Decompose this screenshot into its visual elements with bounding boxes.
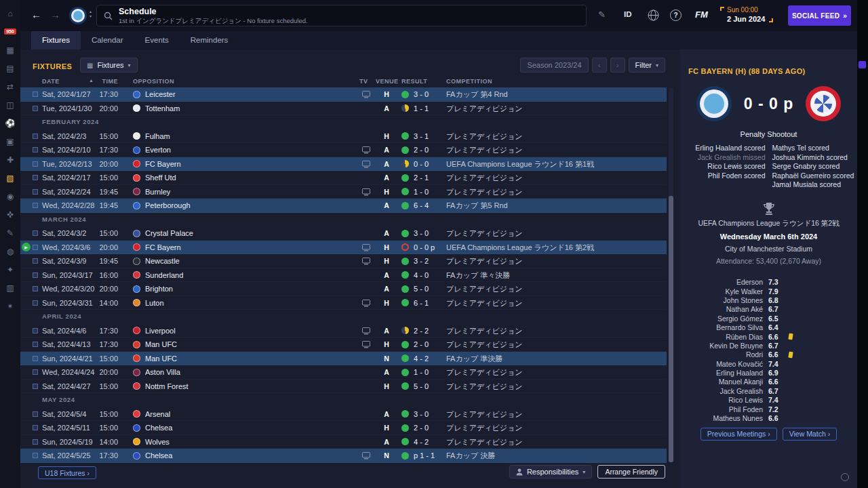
scrollbar-thumb[interactable]: [669, 196, 673, 462]
player-rating-row[interactable]: Kevin De Bruyne6.7: [680, 341, 857, 350]
opposition-name[interactable]: Sunderland: [145, 268, 183, 283]
view-match-button[interactable]: View Match ›: [783, 428, 837, 441]
player-name[interactable]: Kevin De Bruyne: [680, 342, 763, 350]
opposition-name[interactable]: Newcastle: [145, 254, 180, 268]
opposition-name[interactable]: Chelsea: [145, 449, 172, 463]
player-rating-row[interactable]: Sergio Gómez6.5: [680, 314, 857, 323]
club-switch-icon[interactable]: ▴▾: [90, 9, 92, 18]
player-name[interactable]: Mateo Kovačić: [680, 360, 763, 368]
col-time[interactable]: TIME: [91, 78, 118, 85]
player-rating-row[interactable]: Manuel Akanji6.6: [680, 378, 857, 386]
opposition-name[interactable]: Wolves: [145, 435, 170, 449]
fixture-row[interactable]: Sat, 2024/2/2419:45BurnleyH1 - 0プレミアディビジ…: [20, 185, 667, 199]
player-rating-row[interactable]: Rico Lewis7.4: [680, 396, 857, 405]
player-rating-row[interactable]: Erling Haaland6.9: [680, 368, 857, 377]
player-name[interactable]: Rico Lewis: [680, 396, 763, 404]
player-name[interactable]: Matheus Nunes: [680, 414, 763, 422]
opposition-name[interactable]: Arsenal: [145, 407, 170, 422]
fixture-row[interactable]: Sat, 2024/4/617:30LiverpoolA2 - 2プレミアディビ…: [20, 324, 667, 338]
player-name[interactable]: Erling Haaland: [680, 369, 763, 377]
player-rating-row[interactable]: Bernardo Silva6.4: [680, 323, 857, 331]
club-icon[interactable]: ◉: [0, 187, 20, 205]
competitions-icon[interactable]: ▣: [0, 132, 20, 150]
fixture-row[interactable]: Sat, 2024/4/1317:30Man UFCH2 - 0プレミアディビジ…: [20, 338, 667, 352]
finances-icon[interactable]: ◍: [0, 242, 20, 260]
player-rating-row[interactable]: Jack Grealish6.7: [680, 386, 857, 395]
data-hub-icon[interactable]: ▥: [0, 279, 20, 297]
transfers-icon[interactable]: ⇄: [0, 77, 20, 96]
globe-icon[interactable]: [648, 9, 659, 21]
opposition-name[interactable]: Peterborough: [145, 199, 191, 213]
notes-icon[interactable]: ✎: [0, 224, 20, 242]
col-venue[interactable]: VENUE: [376, 78, 397, 85]
opposition-name[interactable]: Crystal Palace: [145, 226, 193, 241]
player-name[interactable]: Bernardo Silva: [680, 323, 763, 331]
player-rating-row[interactable]: Ederson7.3: [680, 278, 857, 287]
season-selector[interactable]: Season 2023/24: [520, 58, 588, 73]
forward-button[interactable]: →: [50, 9, 60, 21]
tab-reminders[interactable]: Reminders: [180, 31, 239, 49]
col-competition[interactable]: COMPETITION: [446, 78, 492, 85]
tab-fixtures[interactable]: Fixtures: [31, 31, 81, 49]
fixture-row[interactable]: ▶Wed, 2024/3/620:00FC BayernH0 - 0 pUEFA…: [20, 241, 667, 255]
opposition-name[interactable]: FC Bayern: [145, 241, 181, 255]
notification-icon[interactable]: [859, 61, 866, 68]
home-icon[interactable]: ⌂: [0, 4, 20, 22]
player-name[interactable]: Rúben Dias: [680, 333, 763, 341]
arrange-friendly-button[interactable]: Arrange Friendly: [597, 465, 665, 479]
squad-icon[interactable]: ▦: [0, 41, 20, 59]
fixture-row[interactable]: Sat, 2024/2/1715:00Sheff UtdA2 - 1プレミアディ…: [20, 171, 667, 185]
tab-calendar[interactable]: Calendar: [81, 31, 134, 49]
fixture-row[interactable]: Wed, 2024/4/2420:00Aston VillaA1 - 0プレミア…: [20, 365, 667, 380]
fixture-row[interactable]: Sat, 2024/2/315:00FulhamH3 - 1プレミアディビジョン: [20, 129, 667, 144]
col-result[interactable]: RESULT: [401, 78, 427, 85]
previous-meetings-button[interactable]: Previous Meetings ›: [701, 428, 777, 441]
player-rating-row[interactable]: Nathan Aké6.7: [680, 305, 857, 314]
opposition-name[interactable]: FC Bayern: [145, 157, 181, 171]
player-rating-row[interactable]: Rodri6.6: [680, 350, 857, 359]
table-scrollbar[interactable]: [669, 87, 673, 462]
tab-events[interactable]: Events: [134, 31, 180, 49]
fixture-row[interactable]: Sat, 2024/3/919:45NewcastleH3 - 2プレミアディビ…: [20, 254, 667, 268]
matches-icon[interactable]: ⚽: [0, 114, 20, 132]
social-feed-button[interactable]: SOCIAL FEED»: [788, 5, 851, 26]
fixtures-view-dropdown[interactable]: ▦ Fixtures ▾: [80, 58, 138, 73]
help-icon[interactable]: ?: [670, 9, 682, 21]
player-rating-row[interactable]: Rúben Dias6.6: [680, 332, 857, 341]
fixture-row[interactable]: Sun, 2024/3/3114:00LutonH6 - 1プレミアディビジョン: [20, 296, 667, 310]
opposition-name[interactable]: Everton: [145, 143, 171, 157]
medical-icon[interactable]: ✚: [0, 150, 20, 169]
player-name[interactable]: Rodri: [680, 350, 763, 359]
fixture-row[interactable]: Tue, 2024/2/1320:00FC BayernA0 - 0UEFA C…: [20, 157, 667, 171]
opposition-name[interactable]: Tottenham: [145, 102, 180, 116]
fixture-row[interactable]: Wed, 2024/2/2819:45PeterboroughA6 - 4FAカ…: [20, 199, 667, 213]
player-name[interactable]: Sergio Gómez: [680, 314, 763, 323]
player-rating-row[interactable]: Mateo Kovačić7.4: [680, 359, 857, 368]
opposition-name[interactable]: Nottm Forest: [145, 380, 189, 394]
u18-fixtures-button[interactable]: U18 Fixtures ›: [38, 466, 96, 479]
opposition-name[interactable]: Fulham: [145, 129, 170, 144]
opposition-name[interactable]: Chelsea: [145, 421, 172, 435]
fixture-row[interactable]: Sat, 2024/3/215:00Crystal PalaceA3 - 0プレ…: [20, 226, 667, 241]
next-season-button[interactable]: ›: [610, 58, 625, 73]
fixture-row[interactable]: Sat, 2024/2/1017:30EvertonA2 - 0プレミアディビジ…: [20, 143, 667, 157]
col-tv[interactable]: TV: [359, 78, 368, 85]
opposition-name[interactable]: Leicester: [145, 87, 176, 102]
opposition-name[interactable]: Liverpool: [145, 324, 176, 338]
player-rating-row[interactable]: Kyle Walker7.9: [680, 287, 857, 296]
player-name[interactable]: Ederson: [680, 278, 763, 286]
player-name[interactable]: Nathan Aké: [680, 305, 763, 313]
filter-dropdown[interactable]: Filter ▾: [629, 58, 665, 73]
fixture-row[interactable]: Sat, 2024/1/2717:30LeicesterH3 - 0FAカップ …: [20, 87, 667, 102]
player-rating-row[interactable]: Matheus Nunes6.6: [680, 413, 857, 422]
fixture-row[interactable]: Tue, 2024/1/3020:00TottenhamA1 - 1プレミアディ…: [20, 102, 667, 116]
col-date[interactable]: DATE: [42, 78, 60, 85]
col-opposition[interactable]: OPPOSITION: [133, 78, 174, 85]
opposition-name[interactable]: Sheff Utd: [145, 171, 176, 185]
schedule-icon[interactable]: ▧: [0, 169, 20, 187]
opposition-name[interactable]: Brighton: [145, 282, 173, 296]
fixture-row[interactable]: Sun, 2024/4/2115:00Man UFCN4 - 2FAカップ 準決…: [20, 352, 667, 366]
fixture-row[interactable]: Sat, 2024/5/2517:30ChelseaNp 1 - 1FAカップ …: [20, 449, 667, 463]
player-name[interactable]: Kyle Walker: [680, 287, 763, 296]
player-name[interactable]: Jack Grealish: [680, 387, 763, 395]
